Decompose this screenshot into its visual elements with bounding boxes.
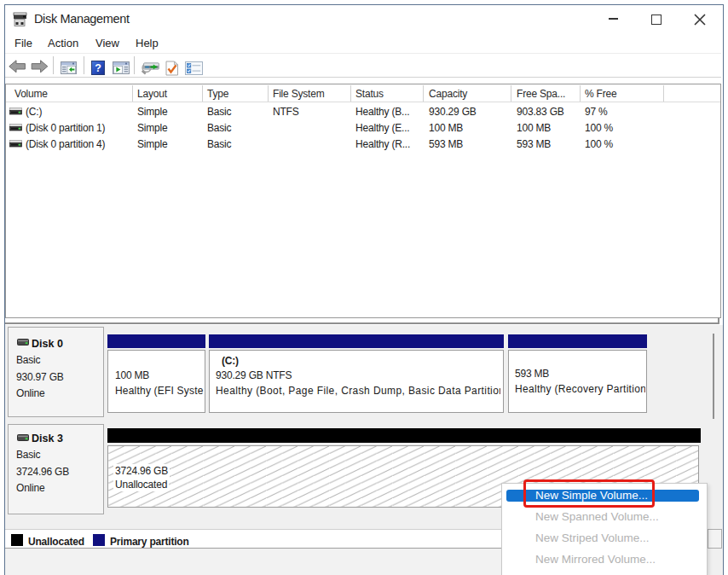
svg-text:?: ? xyxy=(95,62,101,74)
